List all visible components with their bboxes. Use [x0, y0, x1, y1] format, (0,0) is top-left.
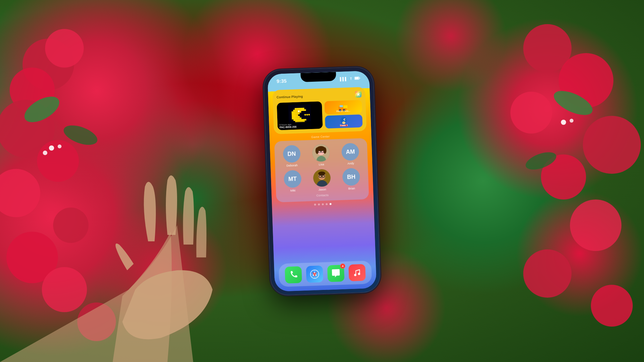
messages-icon: [331, 268, 341, 278]
phone: 9:35 ▌▌▌: [263, 67, 381, 295]
battery-icon: [355, 76, 360, 80]
svg-rect-30: [359, 77, 360, 78]
dock-safari-icon[interactable]: [306, 265, 323, 283]
jason-photo: [313, 169, 331, 187]
svg-rect-29: [355, 77, 359, 79]
sonic-game-item[interactable]: SEGA Sonic 1: [325, 114, 363, 129]
lisa-avatar: [312, 144, 330, 162]
brian-initials: BH: [347, 173, 356, 180]
jason-name: Jason: [318, 188, 326, 191]
dock-phone-icon[interactable]: [285, 266, 302, 283]
dock: 4: [279, 260, 372, 287]
andy-initials: AM: [346, 148, 355, 155]
sonic-name: Sonic 1: [339, 123, 348, 127]
phone-screen: 9:35 ▌▌▌: [267, 70, 376, 292]
contact-deborah[interactable]: DN Deborah: [278, 144, 305, 167]
contacts-widget[interactable]: DN Deborah: [274, 138, 369, 202]
lisa-name: Lisa: [319, 162, 324, 166]
andy-name: Andy: [347, 162, 354, 165]
game-items: 8 hours ago PAC-MAN 256: [277, 100, 363, 130]
contact-andy[interactable]: AM Andy: [337, 143, 364, 165]
widgets-area: Continue Playing: [272, 87, 369, 209]
miki-avatar: MT: [283, 170, 301, 188]
status-time: 9:35: [277, 78, 287, 84]
game-center-title: Continue Playing: [277, 94, 303, 99]
pacman-info: 8 hours ago PAC-MAN 256: [278, 121, 323, 130]
pako-game-item[interactable]: PAKO Fore...: [324, 100, 362, 114]
contact-brian[interactable]: BH Brian: [338, 168, 365, 190]
brian-name: Brian: [348, 187, 355, 190]
dot-5-active: [329, 203, 331, 205]
contact-miki[interactable]: MT Miki: [279, 170, 306, 192]
pako-name: PAKO Fore...: [336, 109, 351, 113]
pacman-game-item[interactable]: 8 hours ago PAC-MAN 256: [277, 101, 323, 130]
dot-1: [314, 203, 316, 205]
dot-3: [322, 203, 324, 205]
widget-header: Continue Playing: [276, 91, 362, 100]
game-center-widget[interactable]: Continue Playing: [272, 87, 367, 134]
deborah-avatar: DN: [283, 145, 301, 163]
contacts-grid: DN Deborah: [278, 143, 365, 192]
andy-avatar: AM: [341, 143, 359, 161]
svg-rect-42: [298, 110, 299, 112]
lisa-photo: [312, 144, 330, 162]
deborah-initials: DN: [287, 150, 296, 157]
messages-badge: 4: [340, 263, 346, 269]
miki-name: Miki: [290, 189, 295, 192]
dock-music-icon[interactable]: [348, 264, 366, 281]
dot-4: [326, 203, 327, 205]
miki-initials: MT: [288, 175, 297, 182]
game-center-logo: [355, 91, 362, 97]
svg-rect-48: [340, 105, 343, 107]
contact-jason[interactable]: Jason: [308, 169, 336, 191]
contact-lisa[interactable]: Lisa: [308, 144, 335, 166]
signal-icon: ▌▌▌: [340, 77, 347, 81]
dock-messages-icon[interactable]: 4: [327, 265, 345, 282]
phone-body: 9:35 ▌▌▌: [263, 67, 381, 295]
status-icons: ▌▌▌: [340, 76, 360, 81]
music-icon: [353, 268, 362, 277]
safari-icon: [310, 269, 320, 279]
brian-avatar: BH: [342, 168, 360, 186]
wifi-icon: [349, 76, 353, 80]
phone-icon: [289, 270, 298, 279]
deborah-name: Deborah: [286, 163, 298, 167]
contacts-section-label: Contacts: [280, 192, 365, 198]
small-games: PAKO Fore...: [324, 100, 363, 128]
notch: [300, 72, 336, 82]
jason-avatar: [313, 169, 331, 187]
dot-2: [318, 203, 320, 205]
